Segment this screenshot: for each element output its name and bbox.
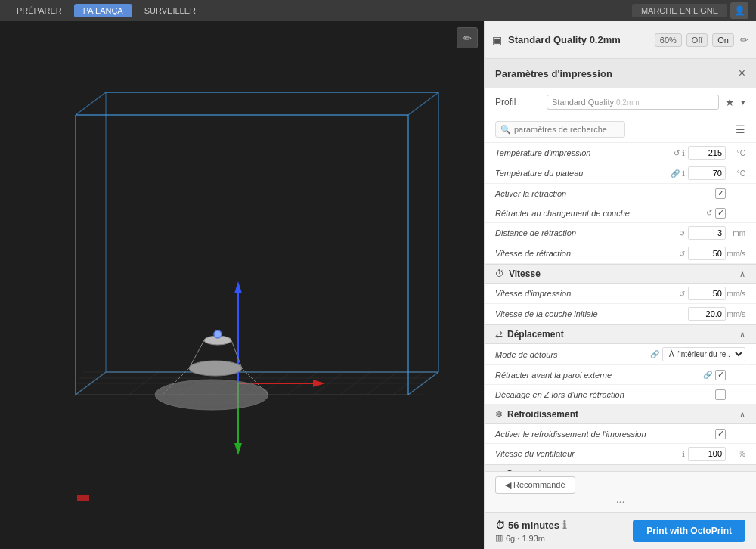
setting-name-temp-impression: Température d'impression <box>495 148 674 157</box>
setting-name-vitesse-ventilateur: Vitesse du ventilateur <box>495 449 682 458</box>
quality-off[interactable]: Off <box>686 33 708 47</box>
setting-row-vitesse-ventilateur: Vitesse du ventilateur ℹ % <box>485 444 756 464</box>
distance-retraction-unit: mm <box>726 229 745 237</box>
nav-btn-monitor[interactable]: SURVEILLER <box>135 4 205 17</box>
distance-retraction-value[interactable] <box>688 226 726 240</box>
deplacement-chevron: ∧ <box>739 330 745 340</box>
nav-btn-online[interactable]: MARCHE EN LIGNE <box>632 4 727 17</box>
vitesse-icon: ⏱ <box>495 268 504 279</box>
print-time-row: ⏱ 56 minutes ℹ <box>495 519 566 531</box>
settings-panel[interactable]: Paramètres d'impression × Profil Standar… <box>485 59 756 471</box>
retraction-couche-check[interactable] <box>715 208 726 219</box>
profile-row: Profil Standard Quality 0.2mm ★ ▾ <box>485 88 756 116</box>
setting-row-activer-refroid: Activer le refroidissement de l'impressi… <box>485 424 756 444</box>
settings-rows-main: Température d'impression ↺ ℹ °C Températ… <box>485 143 756 264</box>
setting-row-temp-impression: Température d'impression ↺ ℹ °C <box>485 143 756 163</box>
quality-on[interactable]: On <box>712 33 734 47</box>
svg-point-46 <box>214 330 222 338</box>
bottom-panel: ◀ Recommandé ··· <box>485 471 756 512</box>
setting-name-vitesse-initiale: Vitesse de la couche initiale <box>495 309 685 318</box>
panel-edit-icon[interactable]: ✏ <box>740 34 748 45</box>
refroid-chevron: ∧ <box>739 410 745 420</box>
decalage-z-check[interactable] <box>715 389 726 400</box>
close-button[interactable]: × <box>739 67 745 80</box>
section-header-refroid[interactable]: ❄ Refroidissement ∧ <box>485 405 756 424</box>
search-row: 🔍 ☰ <box>485 116 756 143</box>
vitesse-ventilateur-unit: % <box>726 450 745 458</box>
right-panel: ▣ Standard Quality 0.2mm 60% Off On ✏ Pa… <box>484 21 756 549</box>
quality-percent[interactable]: 60% <box>655 33 682 47</box>
profile-select[interactable]: Standard Quality 0.2mm <box>547 95 719 110</box>
reset-icon-2[interactable]: ↺ <box>706 209 712 217</box>
setting-icons-2: 🔗 ℹ <box>671 169 685 178</box>
info-icon-vv[interactable]: ℹ <box>682 450 685 458</box>
activer-refroid-check[interactable] <box>715 429 726 439</box>
top-nav: PRÉPARER PA LANÇA SURVEILLER MARCHE EN L… <box>0 0 756 21</box>
temp-impression-unit: °C <box>726 149 745 157</box>
quality-icon: ▣ <box>492 34 502 46</box>
setting-name-vitesse-retraction: Vitesse de rétraction <box>495 249 679 258</box>
section-header-supports[interactable]: ⬗ Supports ∧ <box>485 464 756 471</box>
profile-label: Profil <box>495 97 541 107</box>
dots-indicator: ··· <box>495 495 745 507</box>
vitesse-initiale-unit: mm/s <box>726 310 745 318</box>
svg-point-38 <box>155 380 268 410</box>
material-icon: ▥ <box>495 533 503 543</box>
settings-menu-icon[interactable]: ☰ <box>736 123 745 135</box>
link-icon-md[interactable]: 🔗 <box>650 350 659 358</box>
nav-btn-launch[interactable]: PA LANÇA <box>74 4 132 17</box>
reset-icon-4[interactable]: ↺ <box>679 250 685 258</box>
setting-name-retract-paroi: Rétracter avant la paroi externe <box>495 371 703 380</box>
nav-btn-prepare[interactable]: PRÉPARER <box>8 4 71 17</box>
print-info-icon[interactable]: ℹ <box>562 519 566 531</box>
print-time-value: 56 minutes <box>508 520 559 531</box>
section-header-vitesse[interactable]: ⏱ Vitesse ∧ <box>485 264 756 284</box>
vitesse-impression-value[interactable] <box>688 287 726 300</box>
print-info: ⏱ 56 minutes ℹ ▥ 6g · 1.93m <box>495 519 566 543</box>
info-icon-2[interactable]: ℹ <box>682 169 685 178</box>
setting-icons-4: ↺ <box>706 209 712 217</box>
viewport[interactable]: ✏ <box>0 21 484 549</box>
vitesse-retraction-value[interactable] <box>688 247 726 260</box>
reset-icon-vi[interactable]: ↺ <box>679 290 685 298</box>
setting-name-distance-retraction: Distance de rétraction <box>495 228 679 237</box>
setting-row-retraction-activate: Activer la rétraction <box>485 184 756 203</box>
svg-marker-37 <box>234 443 242 455</box>
profile-expand-icon[interactable]: ▾ <box>741 98 745 107</box>
retract-paroi-check[interactable] <box>715 370 726 380</box>
vitesse-chevron: ∧ <box>739 269 745 279</box>
recommande-button[interactable]: ◀ Recommandé <box>495 476 575 494</box>
vitesse-initiale-value[interactable] <box>688 307 726 321</box>
section-header-deplacement[interactable]: ⇄ Déplacement ∧ <box>485 324 756 344</box>
temp-impression-value[interactable] <box>688 146 726 160</box>
print-material-row: ▥ 6g · 1.93m <box>495 533 566 543</box>
setting-name-retraction-activate: Activer la rétraction <box>495 189 712 198</box>
svg-line-3 <box>76 92 106 115</box>
settings-header: Paramètres d'impression × <box>485 59 756 88</box>
scene-3d <box>0 21 484 549</box>
search-input[interactable] <box>495 121 625 138</box>
svg-line-4 <box>408 92 438 115</box>
setting-name-mode-detours: Mode de détours <box>495 350 650 359</box>
setting-name-vitesse-impression: Vitesse d'impression <box>495 289 679 298</box>
print-with-octoprint-button[interactable]: Print with OctoPrint <box>633 520 745 542</box>
reset-icon[interactable]: ↺ <box>674 149 680 157</box>
profile-star-icon[interactable]: ★ <box>725 96 735 108</box>
quality-controls: 60% Off On <box>655 33 734 47</box>
link-icon[interactable]: 🔗 <box>671 169 680 178</box>
temp-plateau-value[interactable] <box>688 166 726 180</box>
search-icon: 🔍 <box>500 125 511 135</box>
info-icon[interactable]: ℹ <box>682 149 685 157</box>
setting-row-vitesse-impression: Vitesse d'impression ↺ mm/s <box>485 284 756 304</box>
nav-icon-btn[interactable]: 👤 <box>730 2 748 19</box>
vitesse-ventilateur-value[interactable] <box>688 447 726 461</box>
setting-name-retraction-couche: Rétracter au changement de couche <box>495 209 706 218</box>
setting-row-decalage-z: Décalage en Z lors d'une rétraction <box>485 385 756 405</box>
link-icon-rp[interactable]: 🔗 <box>703 371 712 379</box>
svg-rect-47 <box>77 495 89 501</box>
setting-name-temp-plateau: Température du plateau <box>495 169 671 178</box>
setting-icons-rp: 🔗 <box>703 371 712 379</box>
retraction-activate-check[interactable] <box>715 188 726 199</box>
reset-icon-3[interactable]: ↺ <box>679 229 685 237</box>
mode-detours-select[interactable]: À l'intérieur du re... <box>662 347 745 361</box>
